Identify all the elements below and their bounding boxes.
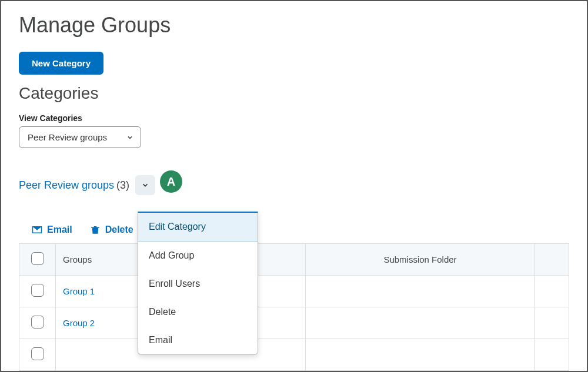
menu-enroll-users[interactable]: Enroll Users: [138, 270, 258, 298]
row-checkbox[interactable]: [31, 347, 44, 360]
email-label: Email: [47, 224, 72, 235]
row-checkbox[interactable]: [31, 316, 44, 329]
delete-button[interactable]: Delete: [90, 224, 133, 235]
menu-email[interactable]: Email: [138, 326, 258, 354]
view-categories-select[interactable]: Peer Review groups: [19, 126, 141, 148]
view-categories-label: View Categories: [19, 113, 569, 123]
delete-label: Delete: [105, 224, 133, 235]
categories-heading: Categories: [19, 84, 569, 103]
groups-table: Groups Submission Folder Group 1 Group 2: [19, 243, 569, 371]
chevron-down-icon: [126, 134, 133, 141]
group-link[interactable]: Group 1: [63, 286, 95, 296]
page-title: Manage Groups: [19, 13, 569, 38]
trash-icon: [90, 224, 101, 235]
email-icon: [32, 224, 42, 235]
menu-edit-category[interactable]: Edit Category: [138, 213, 258, 242]
category-menu-toggle[interactable]: [135, 175, 155, 195]
chevron-down-icon: [141, 181, 149, 189]
col-header-submission: Submission Folder: [306, 244, 535, 276]
group-link[interactable]: Group 2: [63, 318, 95, 328]
table-row: [19, 339, 569, 371]
menu-add-group[interactable]: Add Group: [138, 242, 258, 270]
row-checkbox[interactable]: [31, 284, 44, 297]
menu-delete[interactable]: Delete: [138, 298, 258, 326]
email-button[interactable]: Email: [32, 224, 72, 235]
table-row: Group 2: [19, 307, 569, 339]
new-category-button[interactable]: New Category: [19, 52, 103, 75]
category-link[interactable]: Peer Review groups: [19, 179, 114, 192]
col-header-extra: [535, 244, 569, 276]
table-row: Group 1: [19, 276, 569, 307]
select-value: Peer Review groups: [28, 132, 107, 142]
category-count: (3): [116, 179, 129, 192]
select-all-checkbox[interactable]: [31, 252, 44, 265]
category-context-menu: Edit Category Add Group Enroll Users Del…: [138, 212, 258, 355]
